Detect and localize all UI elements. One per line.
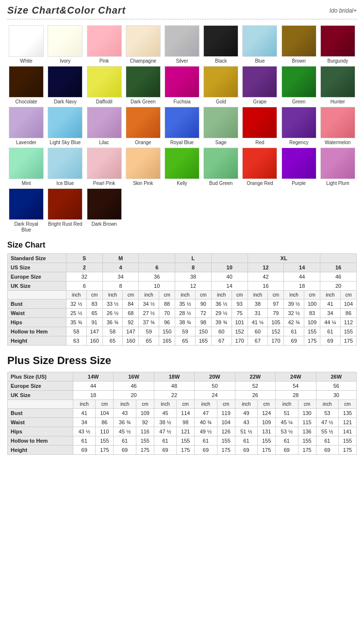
color-swatch xyxy=(242,66,277,98)
color-label: Pearl Pink xyxy=(93,181,116,186)
color-item: Sage xyxy=(202,107,240,146)
color-swatch xyxy=(320,25,355,57)
table-row: Height 69175 69175 69175 69175 69175 691… xyxy=(8,446,357,455)
color-item: Burgundy xyxy=(319,25,357,64)
color-swatch xyxy=(9,107,44,138)
color-chart: WhiteIvoryPinkChampagneSilverBlackBlueBr… xyxy=(7,25,357,233)
color-label: Green xyxy=(292,99,306,105)
plus-size-title: Plus Size Dress Size xyxy=(7,354,357,367)
table-row: Bust 32 ½83 33 ½84 34 ½88 35 ½90 36 ½93 … xyxy=(8,299,357,309)
color-label: Fuchsia xyxy=(173,99,190,105)
color-swatch xyxy=(48,66,83,98)
color-label: Bud Green xyxy=(209,181,232,186)
table-row: Bust 41104 43109 45114 47119 49124 51130… xyxy=(8,409,357,418)
color-swatch xyxy=(203,107,238,138)
color-label: Brown xyxy=(292,58,305,64)
color-label: Blue xyxy=(255,58,265,64)
color-item: Gold xyxy=(202,66,240,105)
color-label: Ivory xyxy=(60,58,70,64)
color-label: Kelly xyxy=(177,181,187,186)
color-swatch xyxy=(48,148,83,179)
color-swatch xyxy=(48,107,83,138)
color-swatch xyxy=(126,66,161,98)
color-item: White xyxy=(7,25,45,64)
table-row: Height 63160 65160 65165 65165 67170 671… xyxy=(8,336,357,346)
color-label: Ice Blue xyxy=(56,181,74,186)
color-swatch xyxy=(165,148,199,179)
color-item: Orange Red xyxy=(241,148,279,186)
table-row: US Size 2 4 6 8 10 12 14 16 xyxy=(8,263,357,272)
color-swatch xyxy=(126,148,161,179)
table-row: Standard Size S M L XL xyxy=(8,254,357,263)
size-chart-title: Size Chart xyxy=(7,241,357,249)
color-label: Lavender xyxy=(16,140,36,146)
brand-label: Ido bridal+ xyxy=(330,7,357,14)
color-label: Hunter xyxy=(331,99,345,105)
color-label: Dark Brown xyxy=(91,221,116,227)
color-label: Grape xyxy=(253,99,267,105)
color-label: Daffodil xyxy=(96,99,113,105)
color-swatch xyxy=(242,25,277,57)
color-item: Chocolate xyxy=(7,66,45,105)
color-swatch xyxy=(281,66,316,98)
table-row: inchcm inchcm inchcm inchcm inchcm inchc… xyxy=(8,400,357,409)
color-item: Bright Rust Red xyxy=(46,188,84,233)
color-swatch xyxy=(165,107,199,138)
color-swatch xyxy=(9,66,44,98)
color-item: Hunter xyxy=(319,66,357,105)
table-row: UK Size 18 20 22 24 26 28 30 xyxy=(8,391,357,400)
table-row: Europe Size 44 46 48 50 52 54 56 xyxy=(8,382,357,391)
page: Size Chart&Color Chart Ido bridal+ White… xyxy=(0,0,364,463)
color-swatch xyxy=(9,25,44,57)
color-item: Green xyxy=(280,66,318,105)
color-label: Skin Pink xyxy=(133,181,153,186)
color-swatch xyxy=(281,148,316,179)
color-label: Light Sky Blue xyxy=(50,140,81,146)
color-label: Orange Red xyxy=(247,181,273,186)
color-item: Champagne xyxy=(124,25,162,64)
color-item: Bud Green xyxy=(202,148,240,186)
table-row: Waist 3486 36 ¾92 38 ½98 40 ¾104 43109 4… xyxy=(8,418,357,427)
color-swatch xyxy=(87,25,122,57)
color-label: Royal Blue xyxy=(170,140,194,146)
color-swatch xyxy=(281,25,316,57)
color-label: Purple xyxy=(292,181,306,186)
color-swatch xyxy=(87,188,122,220)
header: Size Chart&Color Chart Ido bridal+ xyxy=(7,5,357,19)
color-swatch xyxy=(320,66,355,98)
color-item: Pearl Pink xyxy=(85,148,123,186)
page-title: Size Chart&Color Chart xyxy=(7,5,330,16)
color-swatch xyxy=(48,25,83,57)
color-item: Ice Blue xyxy=(46,148,84,186)
color-swatch xyxy=(126,107,161,138)
color-swatch xyxy=(48,188,83,220)
color-item: Dark Green xyxy=(124,66,162,105)
color-swatch xyxy=(87,148,122,179)
plus-size-table: Plus Size (US) 14W 16W 18W 20W 22W 24W 2… xyxy=(7,372,357,455)
color-swatch xyxy=(126,25,161,57)
color-label: Bright Rust Red xyxy=(48,221,83,227)
color-item: Regency xyxy=(280,107,318,146)
color-swatch xyxy=(165,25,199,57)
color-item: Silver xyxy=(163,25,201,64)
color-label: Dark Green xyxy=(131,99,156,105)
table-row: Waist 25 ½65 26 ½68 27 ½70 28 ½72 29 ½75… xyxy=(8,309,357,318)
color-swatch xyxy=(203,66,238,98)
color-label: White xyxy=(20,58,33,64)
color-label: Light Plum xyxy=(326,181,349,186)
color-swatch xyxy=(320,107,355,138)
table-row: Hollow to Hem 58147 58147 59150 59150 60… xyxy=(8,327,357,336)
color-label: Pink xyxy=(99,58,109,64)
table-row: inchcm inchcm inchcm inchcm inchcm inchc… xyxy=(8,291,357,299)
color-label: Black xyxy=(215,58,227,64)
color-item: Dark Navy xyxy=(46,66,84,105)
color-item: Orange xyxy=(124,107,162,146)
color-item: Blue xyxy=(241,25,279,64)
table-row: UK Size 6 8 10 12 14 16 18 20 xyxy=(8,282,357,291)
standard-size-label: Standard Size xyxy=(8,254,66,263)
color-item: Royal Blue xyxy=(163,107,201,146)
color-swatch xyxy=(87,107,122,138)
table-row: Hips 43 ½110 45 ½116 47 ½121 49 ½126 51 … xyxy=(8,427,357,436)
color-label: Mint xyxy=(22,181,31,186)
color-item: Light Sky Blue xyxy=(46,107,84,146)
